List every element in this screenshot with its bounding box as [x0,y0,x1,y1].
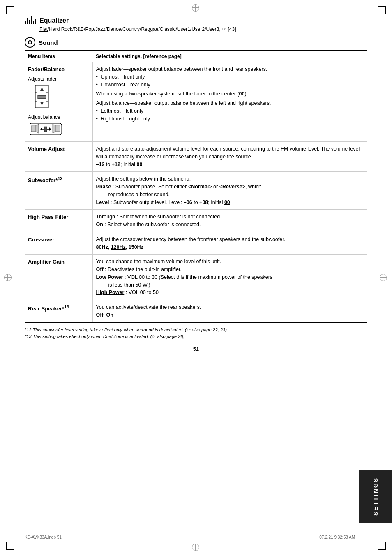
eq-bar-3 [29,20,30,24]
table-row: Crossover Adjust the crossover frequency… [25,232,367,255]
fader-center-value: 00 [239,91,245,97]
col-header-menu: Menu items [25,51,92,62]
corner-mark-br [378,542,386,550]
level-initial: 00 [224,199,230,205]
equalizer-title: Equalizer [25,16,367,25]
bottom-bar: KD-AVX33A.indb 51 07.2.21 9:32:58 AM [25,535,355,540]
off-desc: : Deactivates the built-in amplifier. [104,266,182,272]
eq-bar-2 [27,18,28,24]
hpf-desc: Through : Select when the subwoofer is n… [92,210,367,232]
settings-tab: SETTINGS [359,470,392,523]
crossover-120: 120Hz [111,244,126,250]
svg-marker-15 [53,124,56,133]
eq-subtitle-underline: Flat [39,26,48,32]
table-row: Rear Speaker*13 You can activate/deactiv… [25,300,367,323]
eq-bar-5 [33,21,34,24]
adjusts-fader-label: Adjusts fader [28,75,89,83]
eq-bar-4 [31,16,32,24]
volume-range: –12 to +12; Initial 00 [96,162,143,167]
sound-icon [25,37,35,48]
crossover-sep1: , [108,244,111,250]
menu-item-fader-balance: Fader/Balance Adjusts fader [25,62,92,142]
high-power-desc: : VOL 00 to 50 [124,290,159,295]
menu-item-amp-gain: Amplifier Gain [25,255,92,300]
low-power-label: Low Power [96,274,123,280]
fader-desc-text: Adjust fader—speaker output balance betw… [96,66,267,72]
reg-mark-bottom [192,544,200,552]
svg-rect-14 [56,126,60,132]
table-header-row: Menu items Selectable settings, [referen… [25,51,367,62]
file-info-left: KD-AVX33A.indb 51 [25,535,62,540]
crossover-desc-text: Adjust the crossover frequency between t… [96,236,286,242]
file-info-right: 07.2.21 9:32:58 AM [319,535,355,540]
svg-marker-3 [40,102,44,106]
table-row: Amplifier Gain You can change the maximu… [25,255,367,300]
sound-section: Sound Menu items Selectable settings, [r… [25,37,367,352]
through-desc: : Select when the subwoofer is not conne… [115,214,221,220]
footnotes: *12 This subwoofer level setting takes e… [25,327,367,339]
rear-comma: , [104,312,106,318]
bullet-leftmost: Leftmost—left only [96,107,364,115]
reg-mark-top [192,4,200,12]
phase-normal: Normal [191,184,209,190]
amp-gain-desc: You can change the maximum volume level … [92,255,367,300]
balance-bullets: Leftmost—left only Rightmost—right only [96,107,364,123]
level-desc: : Subwoofer output level. Level: –06 to … [109,199,230,205]
level-label: Level [96,199,109,205]
on-desc: : Select when the subwoofer is connected… [103,222,201,227]
sound-icon-inner [28,40,32,44]
menu-item-rear-speaker: Rear Speaker*13 [25,300,92,323]
eq-bar-1 [25,21,26,24]
amp-gain-intro: You can change the maximum volume level … [96,259,221,264]
low-power-desc2: is less than 50 W.) [96,282,150,288]
rear-on-value: On [106,312,113,318]
equalizer-icon [25,16,36,25]
crossover-sep2: , [126,244,129,250]
low-power-desc: : VOL 00 to 30 (Select this if the maxim… [123,274,272,280]
vol-initial: 00 [137,162,143,167]
crossover-80: 80Hz [96,244,108,250]
table-row: Subwoofer*12 Adjust the settings below i… [25,172,367,210]
through-label: Through [96,214,115,220]
settings-table: Menu items Selectable settings, [referen… [25,50,367,323]
amp-gain-label: Amplifier Gain [28,258,89,266]
subwoofer-intro: Adjust the settings below in the submenu… [96,176,191,182]
crossover-150: 150Hz [129,244,143,250]
balance-note: Adjust balance—speaker output balance be… [96,100,364,107]
subwoofer-desc: Adjust the settings below in the submenu… [92,172,367,210]
rear-speaker-label: Rear Speaker*13 [28,303,89,313]
volume-desc: Adjust and store auto-adjustment volume … [92,142,367,172]
equalizer-title-text: Equalizer [39,17,69,24]
fader-balance-label: Fader/Balance [28,65,89,74]
menu-item-hpf: High Pass Filter [25,210,92,232]
corner-mark-tr [378,6,386,14]
phase-desc: : Subwoofer phase. Select either <Normal… [111,184,261,190]
crossover-label: Crossover [28,236,89,244]
phase-desc2: reproduces a better sound. [96,192,170,197]
high-power-label: High Power [96,290,125,295]
menu-item-crossover: Crossover [25,232,92,255]
on-label: On [96,222,103,227]
sound-title: Sound [39,39,58,46]
table-row: Fader/Balance Adjusts fader [25,62,367,142]
equalizer-subtitle: Flat/Hard Rock/R&B/Pop/Jazz/Dance/Countr… [39,26,367,32]
volume-label: Volume Adjust [28,145,89,153]
reg-mark-left [4,274,12,282]
fader-balance-desc: Adjust fader—speaker output balance betw… [92,62,367,142]
page-number: 51 [25,346,367,352]
level-max: +08 [199,199,208,205]
corner-mark-bl [6,542,14,550]
volume-desc-text: Adjust and store auto-adjustment volume … [96,146,360,160]
svg-rect-12 [31,126,35,132]
crossover-desc: Adjust the crossover frequency between t… [92,232,367,255]
menu-item-subwoofer: Subwoofer*12 [25,172,92,210]
table-row: High Pass Filter Through : Select when t… [25,210,367,232]
svg-marker-18 [40,127,42,131]
rear-off-value: Off [96,312,104,318]
svg-marker-13 [35,124,39,133]
reg-mark-right [380,274,388,282]
svg-marker-2 [40,87,44,91]
hpf-label: High Pass Filter [28,213,89,221]
corner-mark-tl [6,6,14,14]
table-row: Volume Adjust Adjust and store auto-adju… [25,142,367,172]
